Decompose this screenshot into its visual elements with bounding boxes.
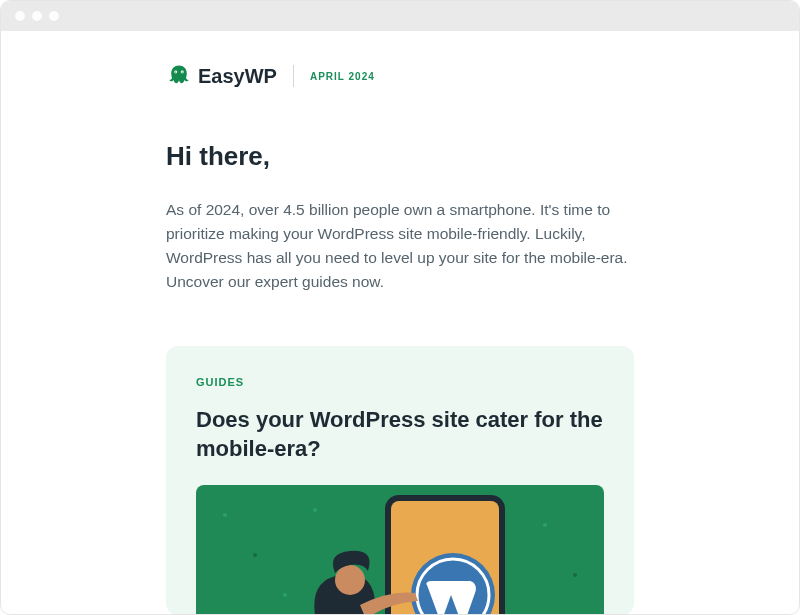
card-illustration xyxy=(196,485,604,615)
window-dot xyxy=(15,11,25,21)
guide-card[interactable]: GUIDES Does your WordPress site cater fo… xyxy=(166,346,634,615)
svg-point-5 xyxy=(223,513,227,517)
issue-date: APRIL 2024 xyxy=(310,71,375,82)
card-title: Does your WordPress site cater for the m… xyxy=(196,406,604,463)
svg-point-10 xyxy=(283,593,287,597)
svg-point-8 xyxy=(543,523,547,527)
brand-logo: EasyWP xyxy=(166,63,277,89)
intro-paragraph: As of 2024, over 4.5 billion people own … xyxy=(1,198,799,294)
email-content: EasyWP APRIL 2024 Hi there, As of 2024, … xyxy=(1,31,799,615)
window-dot xyxy=(32,11,42,21)
svg-point-7 xyxy=(313,508,317,512)
card-category: GUIDES xyxy=(196,376,604,388)
svg-point-6 xyxy=(253,553,257,557)
svg-point-3 xyxy=(182,71,183,72)
window-titlebar xyxy=(1,1,799,31)
svg-point-2 xyxy=(175,71,176,72)
browser-window: EasyWP APRIL 2024 Hi there, As of 2024, … xyxy=(0,0,800,615)
svg-point-9 xyxy=(573,573,577,577)
separator xyxy=(293,65,294,87)
brand-name: EasyWP xyxy=(198,65,277,88)
octopus-icon xyxy=(166,63,192,89)
greeting-heading: Hi there, xyxy=(1,141,799,172)
svg-point-16 xyxy=(335,565,365,595)
email-header: EasyWP APRIL 2024 xyxy=(1,63,799,89)
window-dot xyxy=(49,11,59,21)
